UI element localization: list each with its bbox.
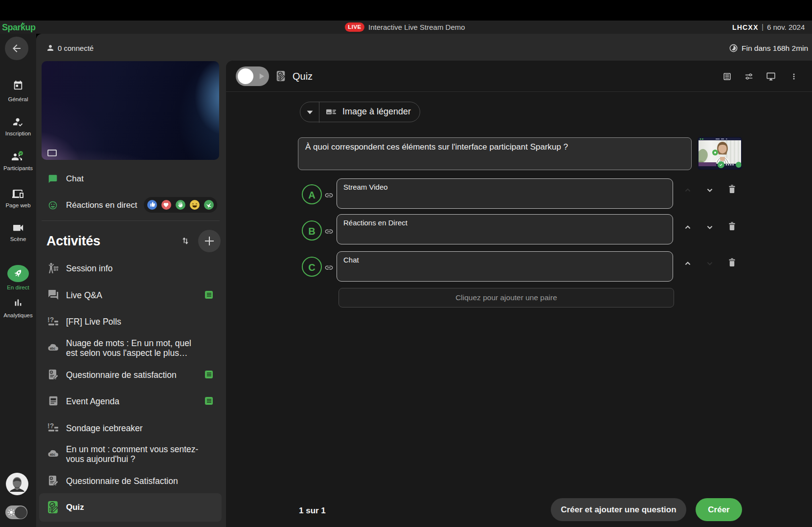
svg-text:abc: abc	[50, 347, 55, 350]
svg-text:!?: !?	[47, 422, 54, 430]
svg-text:Sparkup: Sparkup	[2, 22, 36, 32]
svg-text:!?: !?	[47, 316, 54, 324]
svg-text:abc: abc	[50, 453, 55, 456]
